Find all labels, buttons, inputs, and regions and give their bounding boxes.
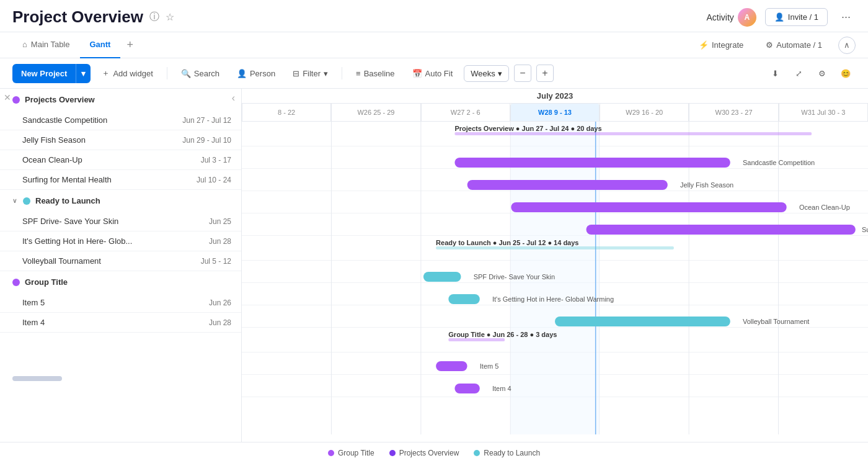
table-row: Ocean Clean-Up Jul 3 - 17	[0, 150, 241, 170]
gantt-row-1-1	[242, 283, 868, 305]
help-button[interactable]: 😊	[836, 63, 856, 83]
collapse-panel-button[interactable]: ‹	[232, 92, 235, 104]
weeks-dropdown[interactable]: Weeks ▾	[464, 65, 509, 82]
item-name: Item 5	[22, 298, 146, 307]
item-date: Jun 28	[204, 237, 231, 246]
add-widget-label: Add widget	[113, 69, 153, 78]
gantt-panel: July 2023 8 - 22 W26 25 - 29 W27 2 - 6 W…	[242, 89, 868, 442]
month-label: July 2023	[537, 91, 574, 101]
table-row: Sandcastle Competition Jun 27 - Jul 12	[0, 110, 241, 130]
separator-1	[167, 67, 167, 79]
person-button[interactable]: 👤 Person	[231, 65, 281, 82]
group-name-group-title: Group Title	[25, 277, 68, 287]
zoom-in-button[interactable]: +	[536, 65, 554, 82]
tab-gantt[interactable]: Gantt	[80, 32, 121, 58]
group-header-projects-overview[interactable]: Projects Overview	[0, 89, 241, 110]
tab-main-table[interactable]: ⌂ Main Table	[12, 32, 80, 58]
person-label: Person	[250, 69, 275, 78]
calendar-icon: 📅	[412, 69, 422, 78]
week-cell-w30: W30 23 - 27	[689, 104, 778, 121]
zoom-out-button[interactable]: −	[514, 65, 531, 82]
activity-button[interactable]: Activity A	[707, 8, 756, 27]
empty-space	[0, 333, 241, 370]
info-icon[interactable]: ⓘ	[149, 11, 159, 24]
gantt-row-0-2	[242, 191, 868, 213]
separator-2	[342, 67, 342, 79]
gantt-row-group-header-1	[242, 236, 868, 261]
gantt-row-2-1	[242, 375, 868, 397]
new-project-button[interactable]: New Project ▾	[12, 64, 91, 83]
avatar: A	[738, 8, 756, 27]
gantt-row-0-1	[242, 169, 868, 191]
group-dot-ready-to-launch	[23, 197, 30, 205]
invite-button[interactable]: 👤 Invite / 1	[765, 8, 828, 26]
filter-dropdown-icon: ▾	[324, 69, 328, 78]
gantt-weeks-row: 8 - 22 W26 25 - 29 W27 2 - 6 W28 9 - 13 …	[242, 104, 868, 121]
auto-fit-label: Auto Fit	[425, 69, 453, 78]
group-chevron-icon: ∨	[12, 197, 17, 204]
table-row: Surfing for Mental Health Jul 10 - 24	[0, 170, 241, 190]
week-label-w30: W30 23 - 27	[715, 109, 753, 116]
group-header-ready-to-launch[interactable]: ∨ Ready to Launch	[0, 190, 241, 212]
week-cell-w27: W27 2 - 6	[421, 104, 510, 121]
activity-label: Activity	[707, 12, 734, 22]
home-icon: ⌂	[22, 40, 27, 49]
filter-icon: ⊟	[293, 69, 299, 78]
table-row: Volleyball Tournament Jul 5 - 12	[0, 251, 241, 271]
week-label-w25: 8 - 22	[278, 109, 295, 116]
week-label-w28: W28 9 - 13	[538, 109, 572, 116]
item-name: Sandcastle Competition	[22, 115, 146, 125]
filter-label: Filter	[303, 69, 321, 78]
search-label: Search	[194, 69, 219, 78]
left-panel: ✕ ‹ Projects Overview Sandcastle Competi…	[0, 89, 242, 442]
invite-label: Invite / 1	[788, 12, 818, 22]
scrollbar-area[interactable]	[0, 370, 241, 387]
tabbar: ⌂ Main Table Gantt + ⚡ Integrate ⚙ Autom…	[0, 32, 868, 58]
item-name: Volleyball Tournament	[22, 256, 146, 266]
gantt-header: July 2023 8 - 22 W26 25 - 29 W27 2 - 6 W…	[242, 89, 868, 122]
export-button[interactable]: ⬇	[765, 63, 785, 83]
star-icon[interactable]: ☆	[166, 11, 174, 23]
group-name-ready-to-launch: Ready to Launch	[35, 196, 100, 205]
group-header-group-title[interactable]: Group Title	[0, 271, 241, 293]
automate-label: Automate / 1	[776, 40, 822, 50]
collapse-button[interactable]: ∧	[838, 37, 856, 54]
week-cell-w28: W28 9 - 13	[510, 104, 600, 121]
gantt-row-0-3	[242, 213, 868, 236]
item-date: Jun 25	[204, 217, 231, 226]
automate-button[interactable]: ⚙ Automate / 1	[760, 38, 828, 52]
auto-fit-button[interactable]: 📅 Auto Fit	[406, 65, 459, 82]
baseline-icon: ≡	[356, 69, 361, 78]
search-button[interactable]: 🔍 Search	[175, 65, 226, 82]
fullscreen-button[interactable]: ⤢	[789, 63, 808, 83]
item-date: Jun 28	[204, 318, 231, 327]
baseline-button[interactable]: ≡ Baseline	[350, 65, 401, 82]
close-button[interactable]: ✕	[4, 92, 11, 102]
more-options-button[interactable]: ···	[836, 8, 856, 26]
gantt-row-2-0	[242, 352, 868, 375]
dropdown-arrow-icon[interactable]: ▾	[76, 64, 91, 83]
baseline-label: Baseline	[364, 69, 395, 78]
plus-icon: ＋	[102, 68, 110, 79]
group-dot-group-title	[12, 279, 20, 286]
toolbar-right: ⬇ ⤢ ⚙ 😊	[765, 63, 856, 83]
weeks-label: Weeks	[471, 69, 495, 78]
item-name: Ocean Clean-Up	[22, 155, 146, 164]
search-icon: 🔍	[181, 69, 191, 78]
toolbar: New Project ▾ ＋ Add widget 🔍 Search 👤 Pe…	[0, 58, 868, 89]
gantt-month: July 2023	[242, 89, 868, 104]
integrate-button[interactable]: ⚡ Integrate	[693, 38, 750, 52]
legend-item-ready-to-launch: Ready to Launch	[474, 449, 540, 457]
add-widget-button[interactable]: ＋ Add widget	[95, 64, 159, 83]
settings-button[interactable]: ⚙	[812, 63, 832, 83]
horizontal-scrollbar-thumb[interactable]	[12, 376, 62, 381]
gantt-row-1-0	[242, 261, 868, 283]
gantt-body: Projects Overview ● Jun 27 - Jul 24 ● 20…	[242, 122, 868, 434]
integrate-icon: ⚡	[699, 40, 709, 50]
item-date: Jun 29 - Jul 10	[177, 136, 231, 145]
filter-button[interactable]: ⊟ Filter ▾	[286, 65, 334, 82]
legend-dot-projects-overview	[389, 450, 396, 456]
add-tab-button[interactable]: +	[120, 32, 140, 58]
item-date: Jul 3 - 17	[196, 156, 231, 164]
gantt-row-0-0	[242, 146, 868, 169]
